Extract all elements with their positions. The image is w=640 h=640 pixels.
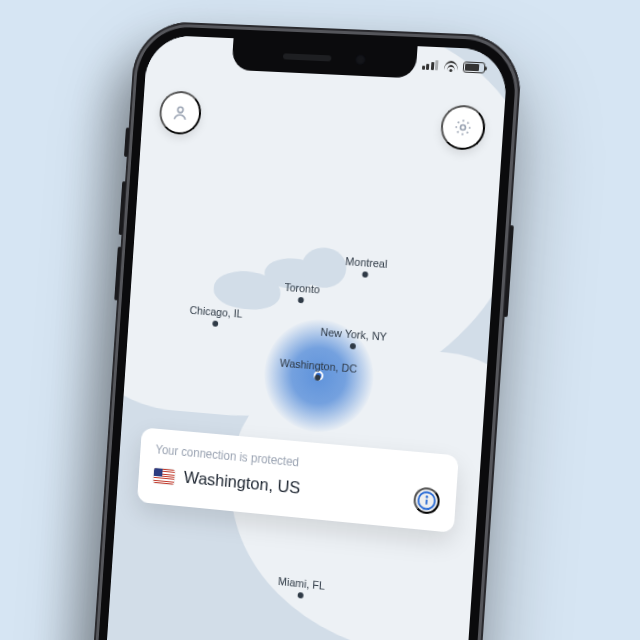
profile-icon — [170, 102, 190, 123]
city-marker-chicago[interactable]: Chicago, IL — [189, 304, 243, 329]
wifi-icon — [443, 60, 459, 72]
city-marker-montreal[interactable]: Montreal — [344, 255, 387, 279]
svg-point-4 — [426, 496, 427, 497]
mute-switch — [124, 128, 130, 157]
power-button — [504, 225, 514, 317]
city-label: Chicago, IL — [189, 304, 242, 320]
volume-down-button — [114, 247, 121, 301]
gear-icon — [452, 117, 473, 138]
city-marker-toronto[interactable]: Toronto — [283, 281, 320, 304]
svg-point-1 — [460, 125, 465, 130]
cellular-icon — [421, 60, 438, 71]
info-icon — [415, 488, 438, 512]
screen: Chicago, ILTorontoMontrealNew York, NYWa… — [96, 35, 509, 640]
battery-icon — [463, 61, 486, 73]
volume-up-button — [119, 181, 126, 235]
city-dot-icon — [314, 374, 320, 380]
city-dot-icon — [298, 592, 304, 599]
city-dot-icon — [298, 297, 304, 303]
city-dot-icon — [362, 271, 368, 277]
connection-info-button[interactable] — [413, 486, 441, 515]
city-dot-icon — [212, 320, 218, 326]
device-frame: Chicago, ILTorontoMontrealNew York, NYWa… — [82, 20, 524, 640]
city-label: Montreal — [345, 255, 388, 270]
flag-us-icon — [153, 468, 175, 485]
city-dot-icon — [350, 343, 356, 349]
city-label: Toronto — [284, 281, 320, 295]
svg-point-0 — [178, 107, 184, 113]
